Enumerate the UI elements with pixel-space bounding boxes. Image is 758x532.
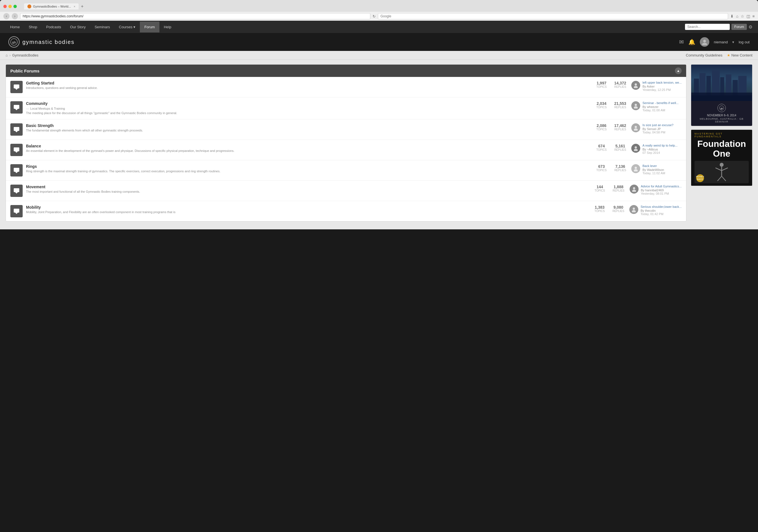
replies-count: 9,080 (611, 205, 626, 209)
svg-line-47 (722, 168, 728, 171)
last-post-time: Today, 04:58 PM (642, 131, 673, 134)
forum-name[interactable]: Balance (26, 144, 591, 148)
site-header: gb gymnastic bodies ✉ 🔔 niemand ▾ log ou… (0, 33, 758, 51)
forum-name[interactable]: Mobility (26, 205, 589, 209)
close-button[interactable] (3, 5, 7, 8)
collapse-button[interactable]: ▲ (675, 67, 682, 74)
nav-home[interactable]: Home (6, 21, 24, 32)
svg-rect-24 (14, 188, 19, 192)
nav-our-story[interactable]: Our Story (66, 21, 90, 32)
home-icon[interactable]: ⌂ (736, 14, 738, 18)
last-post-title[interactable]: Is size just an excuse? (642, 124, 673, 127)
breadcrumb-site[interactable]: GymnasticBodies (12, 53, 38, 57)
last-post: left upper back tension, we... By Asker … (631, 81, 682, 91)
forum-icon (10, 164, 23, 176)
svg-point-44 (720, 163, 724, 167)
forum-description: The most important and functional of all… (26, 190, 589, 194)
svg-rect-4 (14, 85, 19, 89)
forum-stats-replies: 17,462 REPLIES (612, 124, 628, 131)
bookmark-icon[interactable]: ☆ (741, 14, 744, 18)
last-post-title[interactable]: left upper back tension, we... (642, 81, 682, 84)
forum-row[interactable]: Balance An essential element in the deve… (6, 140, 686, 160)
nav-search-button[interactable]: Forum (732, 24, 747, 30)
seminar-ad[interactable]: gb NOVEMBER 8–9, 2014 MELBOURNE, AUSTRAL… (691, 64, 752, 126)
tab-bar: GymnasticBodies – World... × + (24, 3, 755, 10)
nav-shop[interactable]: Shop (24, 21, 42, 32)
new-content-link[interactable]: ★ New Content (727, 53, 752, 57)
forum-icon (10, 185, 23, 197)
forum-row[interactable]: Community — Local Meetups & Training The… (6, 97, 686, 120)
window-controls[interactable] (3, 5, 17, 8)
nav-search-input[interactable] (685, 24, 730, 30)
browser-icons: ⬇ ⌂ ☆ ◫ ≡ (730, 14, 755, 18)
forum-section: Public Forums ▲ Getting Started Introduc… (6, 64, 686, 225)
logo-text: gymnastic bodies (22, 39, 75, 45)
svg-rect-20 (14, 168, 19, 172)
last-post-title[interactable]: Seminar - benefits if well... (642, 101, 678, 105)
forum-row[interactable]: Mobility Mobility, Joint Preparation, an… (6, 201, 686, 221)
nav-podcasts[interactable]: Podcasts (42, 21, 65, 32)
last-post-title[interactable]: Advice for Adult Gymnastics... (641, 185, 682, 188)
mail-icon[interactable]: ✉ (679, 39, 684, 45)
active-tab[interactable]: GymnasticBodies – World... × (24, 3, 79, 10)
forum-stats-replies: 9,080 REPLIES (611, 205, 626, 213)
forum-stats-replies: 7,136 REPLIES (612, 164, 628, 172)
last-post-by: By hannibal2469 (641, 189, 682, 192)
nav-help[interactable]: Help (159, 21, 176, 32)
seminar-ad-content: gb NOVEMBER 8–9, 2014 MELBOURNE, AUSTRAL… (691, 101, 752, 126)
logout-link[interactable]: log out (739, 40, 750, 44)
last-post-by: By Asker (642, 85, 682, 88)
forum-stats-topics: 2,034 TOPICS (594, 101, 609, 109)
search-field[interactable] (378, 13, 728, 19)
forum-row[interactable]: Basic Strength The fundamental strength … (6, 120, 686, 140)
forum-name[interactable]: Basic Strength (26, 124, 591, 128)
forum-row[interactable]: Getting Started Introductions, questions… (6, 77, 686, 97)
minimize-button[interactable] (8, 5, 12, 8)
breadcrumb: ⌂ › GymnasticBodies (6, 53, 38, 57)
svg-point-26 (633, 187, 635, 189)
svg-line-46 (715, 168, 722, 171)
bell-icon[interactable]: 🔔 (688, 39, 695, 45)
foundation-ad[interactable]: MASTERING GST FUNDAMENTALS Foundation On… (691, 129, 752, 186)
svg-point-22 (635, 167, 637, 169)
url-field[interactable] (20, 13, 370, 19)
tab-close-button[interactable]: × (74, 5, 76, 8)
last-post-title[interactable]: Back lever (642, 164, 665, 167)
forum-row[interactable]: Rings Ring strength is the maximal stren… (6, 160, 686, 181)
forum-description: The meeting place for the discussion of … (26, 111, 591, 115)
new-tab-button[interactable]: + (81, 4, 83, 9)
forum-name[interactable]: Getting Started (26, 81, 591, 85)
last-post-title[interactable]: A really weird tip to help... (642, 144, 677, 147)
forward-button[interactable]: › (12, 13, 18, 19)
refresh-button[interactable]: ↻ (373, 14, 376, 18)
forum-name[interactable]: Movement (26, 185, 589, 189)
user-name[interactable]: niemand (714, 40, 728, 44)
history-icon[interactable]: ◫ (746, 14, 750, 18)
forum-icon (10, 205, 23, 217)
header-right: ✉ 🔔 niemand ▾ log out (679, 37, 750, 47)
svg-point-11 (634, 106, 638, 109)
seminar-location: MELBOURNE, AUSTRALIA : GB SEMINAR (695, 118, 749, 123)
top-navigation: Home Shop Podcasts Our Story Seminars Co… (0, 21, 758, 33)
nav-courses[interactable]: Courses ▾ (115, 21, 140, 32)
topics-count: 674 (594, 144, 609, 148)
last-post-title[interactable]: Serious shoulder,lower back... (640, 205, 682, 208)
forum-row[interactable]: Movement The most important and function… (6, 181, 686, 201)
back-button[interactable]: ‹ (3, 13, 10, 19)
forum-name[interactable]: Rings (26, 164, 591, 169)
download-icon[interactable]: ⬇ (730, 14, 734, 18)
last-post-time: Today, 01:42 PM (640, 212, 682, 216)
menu-icon[interactable]: ≡ (752, 14, 755, 18)
maximize-button[interactable] (14, 5, 17, 8)
forum-name[interactable]: Community (26, 101, 591, 106)
nav-seminars[interactable]: Seminars (90, 21, 115, 32)
panel-header: Public Forums ▲ (6, 65, 686, 77)
community-guidelines-link[interactable]: Community Guidelines (686, 53, 722, 57)
user-avatar[interactable] (700, 37, 709, 47)
settings-icon[interactable]: ⚙ (748, 24, 752, 30)
breadcrumb-home-icon[interactable]: ⌂ (6, 53, 8, 57)
svg-point-2 (703, 40, 706, 43)
last-post-by: By thecolin (640, 209, 682, 212)
nav-forum[interactable]: Forum (140, 21, 159, 32)
last-post-info: Advice for Adult Gymnastics... By hannib… (641, 185, 682, 195)
